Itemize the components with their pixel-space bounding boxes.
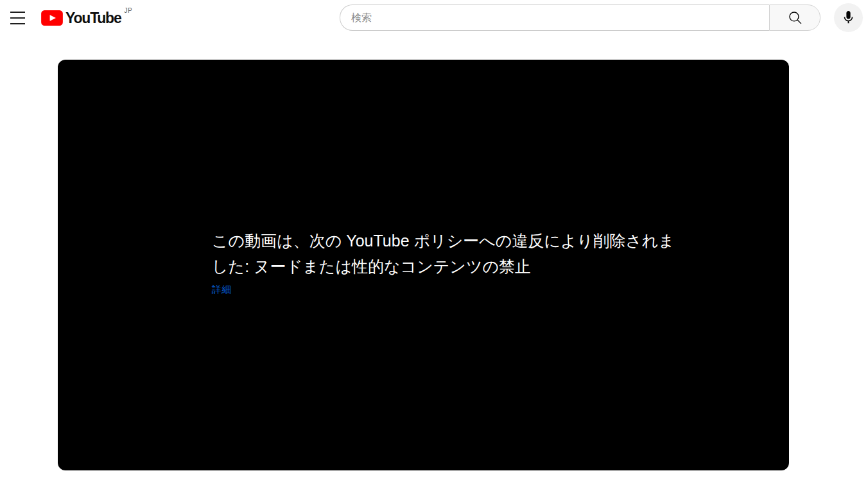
search-button[interactable] bbox=[769, 4, 820, 31]
search-input[interactable] bbox=[351, 5, 769, 30]
video-player: この動画は、次の YouTube ポリシーへの違反により削除されま した: ヌー… bbox=[58, 60, 789, 470]
youtube-play-icon bbox=[41, 10, 63, 26]
youtube-wordmark: YouTube bbox=[65, 10, 121, 26]
magnifier-icon bbox=[787, 10, 803, 26]
search-input-container bbox=[340, 4, 769, 31]
removal-message-line-2: した: ヌードまたは性的なコンテンツの禁止 bbox=[212, 253, 777, 279]
removal-message-line-1: この動画は、次の YouTube ポリシーへの違反により削除されま bbox=[212, 228, 777, 253]
details-link[interactable]: 詳細 bbox=[212, 284, 231, 296]
top-header: YouTube JP bbox=[0, 0, 868, 36]
microphone-icon bbox=[840, 10, 856, 26]
youtube-logo[interactable]: YouTube JP bbox=[41, 7, 132, 26]
video-removed-message: この動画は、次の YouTube ポリシーへの違反により削除されま した: ヌー… bbox=[212, 228, 777, 296]
hamburger-icon bbox=[10, 12, 25, 24]
voice-search-button[interactable] bbox=[834, 3, 863, 32]
logo-country-code: JP bbox=[125, 7, 133, 14]
menu-button[interactable] bbox=[4, 4, 31, 31]
search-bar bbox=[340, 4, 820, 31]
